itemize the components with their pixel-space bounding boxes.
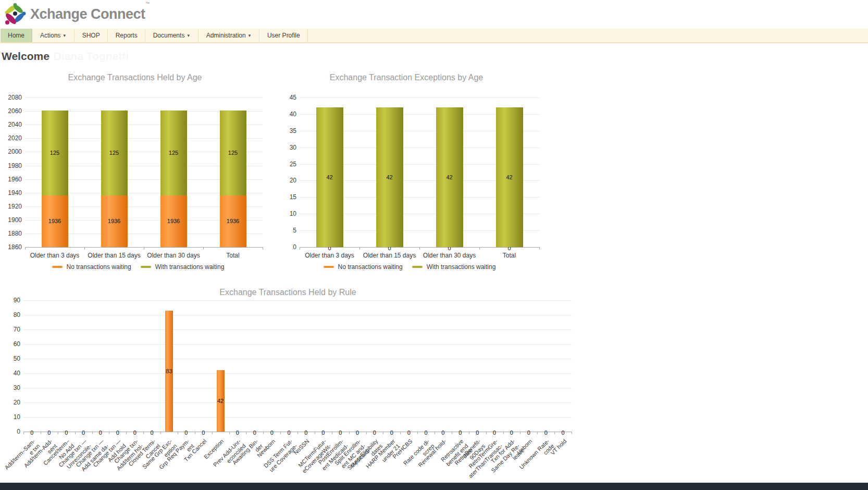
nav-tab-actions[interactable]: Actions ▼	[32, 29, 75, 42]
x-axis-category-label: Total	[203, 252, 263, 259]
bar-value-label: 0	[562, 430, 565, 436]
legend-label: No transactions waiting	[67, 263, 131, 271]
x-axis-tick	[160, 432, 161, 434]
x-axis-category-label: Older than 15 days	[84, 252, 144, 259]
y-axis-tick-label: 10	[276, 210, 296, 217]
y-axis-tick-label: 5	[276, 227, 296, 234]
y-axis-tick-label: 2080	[1, 94, 22, 101]
legend-swatch	[52, 266, 63, 268]
bar-value-label: 125	[169, 150, 178, 156]
x-axis-tick	[23, 432, 24, 434]
x-axis-category-label: Older than 30 days	[144, 252, 203, 259]
x-axis-category-label: Older than 3 days	[25, 252, 84, 259]
dashboard-page: Xchange Connect™ HomeActions ▼SHOPReport…	[0, 0, 868, 490]
bar-value-label: 0	[527, 430, 530, 436]
nav-tab-documents[interactable]: Documents ▼	[145, 29, 199, 42]
y-axis-tick-label: 50	[0, 355, 20, 362]
bar-value-label: 0	[65, 430, 68, 436]
x-axis-tick	[300, 247, 300, 250]
nav-tab-label: Actions	[40, 32, 60, 39]
bar-value-label: 1936	[48, 218, 61, 224]
bar-value-label: 0	[116, 430, 119, 436]
gridline	[23, 359, 572, 359]
x-axis-tick	[84, 247, 85, 250]
x-axis-tick	[280, 432, 281, 434]
x-axis-tick	[366, 432, 367, 434]
gridline	[23, 388, 572, 388]
chart-held-by-age: Exchange Transactions Held by Age 186018…	[3, 73, 267, 276]
chevron-down-icon: ▼	[187, 33, 191, 38]
bar-value-label: 0	[407, 430, 411, 436]
x-axis-tick	[486, 432, 487, 434]
chevron-down-icon: ▼	[63, 33, 67, 38]
x-axis-category-label: Older than 3 days	[300, 252, 359, 259]
x-axis-tick	[229, 432, 230, 434]
chart-held-by-rule: Exchange Transactions Held by Rule 01020…	[0, 286, 576, 484]
nav-tab-label: Administration	[206, 32, 246, 39]
y-axis-tick-label: 1860	[1, 243, 22, 251]
x-axis-category-label: Older than 15 days	[359, 252, 419, 259]
x-axis-tick	[469, 432, 469, 434]
y-axis-tick-label: 15	[276, 193, 296, 201]
bar-value-label: 1936	[227, 218, 239, 224]
x-axis-tick	[92, 432, 93, 434]
legend: No transactions waitingWith transactions…	[3, 263, 267, 271]
x-axis-tick	[25, 247, 26, 250]
y-axis-tick-label: 2000	[1, 148, 22, 155]
bar-value-label: 0	[151, 430, 154, 436]
y-axis-tick-label: 1940	[1, 189, 22, 197]
y-axis-tick-label: 20	[276, 177, 296, 184]
x-axis-tick	[539, 247, 540, 250]
bar-value-label: 42	[326, 174, 332, 180]
gridline	[23, 373, 572, 374]
x-axis-tick	[41, 432, 41, 434]
x-axis-category-label: Total	[479, 252, 539, 259]
x-axis-tick	[400, 432, 401, 434]
y-axis-tick-label: 1980	[1, 162, 22, 169]
gridline	[23, 344, 572, 345]
bar-value-label: 0	[458, 430, 462, 436]
page-title: WelcomeDiana Tognetti	[2, 50, 129, 63]
xchange-connect-logo-icon	[4, 3, 26, 26]
y-axis-tick-label: 60	[0, 340, 20, 348]
nav-tab-label: Home	[8, 32, 24, 39]
bar-value-label: 0	[339, 430, 342, 436]
bar-value-label: 0	[373, 430, 376, 436]
user-name: Diana Tognetti	[54, 50, 129, 62]
legend-swatch	[324, 266, 334, 268]
nav-tab-label: User Profile	[267, 32, 300, 39]
x-axis-category-label: Older than 30 days	[419, 252, 479, 259]
bar-value-label: 0	[493, 430, 496, 436]
y-axis-tick-label: 1960	[1, 176, 22, 183]
plot-area: 1860188019001920194019601980200020202040…	[25, 97, 263, 247]
nav-tab-label: SHOP	[82, 32, 100, 39]
plot-area: 051015202530354045042Older than 3 days04…	[300, 97, 539, 247]
x-axis-tick	[178, 432, 178, 434]
x-axis-tick	[452, 432, 452, 434]
nav-tab-reports[interactable]: Reports	[108, 29, 145, 42]
nav-tab-home[interactable]: Home	[0, 29, 32, 42]
bar-value-label: 0	[202, 430, 205, 436]
y-axis-tick-label: 2040	[1, 121, 22, 128]
nav-tab-user-profile[interactable]: User Profile	[259, 29, 308, 42]
bar-value-label: 125	[109, 150, 119, 156]
footer-bar	[0, 483, 868, 490]
nav-tab-shop[interactable]: SHOP	[75, 29, 108, 42]
nav-tab-administration[interactable]: Administration ▼	[199, 29, 259, 42]
x-axis-tick	[503, 432, 504, 434]
x-axis-tick	[297, 432, 298, 434]
bar-value-label: 42	[446, 174, 452, 180]
chart-title: Exchange Transaction Exceptions by Age	[270, 73, 543, 82]
y-axis-tick-label: 0	[276, 243, 296, 251]
bar-value-label: 0	[390, 430, 393, 436]
nav-tab-label: Documents	[153, 32, 185, 39]
y-axis-tick-label: 30	[276, 144, 296, 151]
x-axis-tick	[246, 432, 246, 434]
legend-label: With transactions waiting	[155, 263, 225, 271]
bar-value-label: 0	[270, 430, 274, 436]
bar-value-label: 0	[253, 430, 256, 436]
app-logo: Xchange Connect™	[4, 3, 150, 26]
x-axis-tick	[263, 247, 263, 250]
logo-wordmark: Xchange Connect	[30, 6, 145, 22]
welcome-label: Welcome	[2, 50, 49, 62]
